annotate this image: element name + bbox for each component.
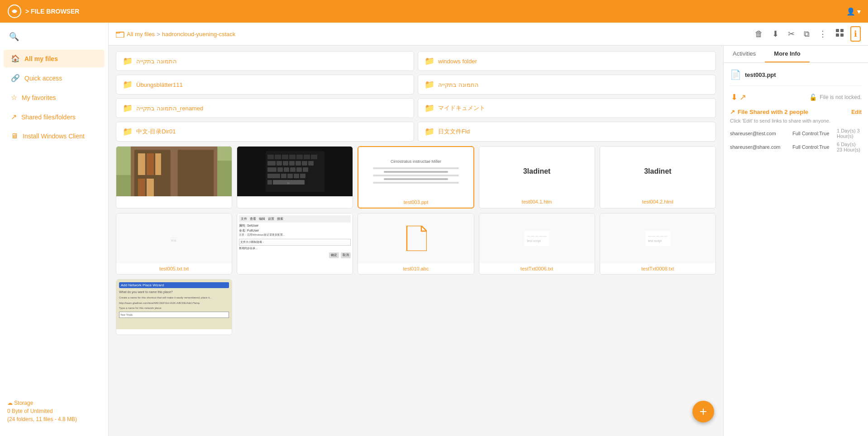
share-row-1: shareuser@test.com Full Control:True 1 D… [730,128,862,139]
folder-item[interactable]: 📁 日文文件Fld [418,122,716,142]
info-file-icon: 📄 [730,69,741,80]
folder-item[interactable]: 📁 windows folder [418,51,716,71]
header: > FILE BROWSER 👤 ▾ [0,0,868,23]
file-item-test010[interactable]: test010.abc [358,213,474,275]
folder-name: 中文-目录Dir01 [136,128,176,136]
fab-add-button[interactable]: + [692,401,714,422]
folder-icon: 📁 [123,56,133,66]
copy-button[interactable]: ⧉ [801,28,812,41]
file-item[interactable] [116,146,232,209]
svg-rect-14 [147,179,154,196]
delete-button[interactable]: 🗑 [752,28,766,41]
breadcrumb-path: hadroncloud-yuening-cstack [162,31,236,38]
toolbar: All my files > hadroncloud-yuening-cstac… [109,23,868,46]
file-name [172,196,176,202]
svg-rect-15 [116,175,131,196]
svg-rect-12 [155,153,161,175]
sidebar-item-my-favorites[interactable]: ☆ My favorites [4,89,105,106]
file-item-chinese[interactable]: 文件查看编辑设置搜索 属性: SetUser 全名: FullUser 注意：启… [237,213,353,275]
info-download-button[interactable]: ⬇ [730,91,739,103]
header-user[interactable]: 👤 ▾ [846,7,861,16]
download-button[interactable]: ⬇ [769,27,782,41]
file-item-test004-1[interactable]: 3ladinet test004.1.htm [479,146,595,209]
share-edit-link[interactable]: Edit [851,109,862,115]
folder-item[interactable]: 📁 התמונה בתקייה_renamed [116,98,414,118]
user-chevron-icon: ▾ [857,7,861,16]
file-item-txttxt6[interactable]: — — — — — test script testTxt0006.txt [479,213,595,275]
file-name-test004-2: test004.2.html [640,196,675,207]
file-grid: N Cirrostratus instructae Miller [116,146,716,335]
folder-item[interactable]: 📁 התמונה בתקייה [116,51,414,71]
svg-rect-11 [147,153,154,175]
file-item[interactable]: N [237,146,353,209]
share-email-1: shareuser@test.com [730,131,789,136]
file-item-test003[interactable]: Cirrostratus instructae Miller test003.p… [358,146,474,209]
info-content: 📄 test003.ppt ⬇ ↗ 🔓 File is not locked. [724,63,868,436]
info-lock-row: 🔓 File is not locked. [809,94,862,101]
sidebar-item-shared-files[interactable]: ↗ Shared files/folders [4,108,105,126]
folder-item[interactable]: 📁 התמונה בתקייה [418,75,716,95]
svg-rect-31 [302,161,307,166]
main-area: All my files > hadroncloud-yuening-cstac… [109,23,868,436]
svg-rect-36 [290,167,296,172]
info-share-button[interactable]: ↗ [739,91,747,103]
file-name-dialog [172,329,176,335]
svg-rect-3 [840,29,844,32]
share-perm-2: Full Control:True [792,144,833,150]
sidebar-item-all-my-files[interactable]: 🏠 All my files [4,50,105,67]
info-button[interactable]: ℹ [850,26,861,42]
share-row-2: shareuser@share.com Full Control:True 6 … [730,142,862,152]
folder-icon: 📁 [424,103,434,113]
search-button[interactable]: 🔍 [7,30,21,43]
file-item-dialog[interactable]: Add Network Place Wizard What do you wan… [116,279,232,335]
file-name-txttxt6: testTxt0006.txt [519,263,555,274]
folder-name: 日文文件Fld [438,128,470,136]
svg-rect-21 [282,155,288,159]
svg-rect-45 [267,180,272,185]
user-icon: 👤 [846,7,855,16]
svg-rect-19 [267,155,274,159]
file-item-test004-2[interactable]: 3ladinet test004.2.html [600,146,716,209]
share-time-1: 1 Day(s) 3 Hour(s) [837,128,862,139]
breadcrumb-separator: > [157,31,160,38]
share-email-2: shareuser@share.com [730,144,789,150]
grid-view-button[interactable] [833,27,847,41]
sidebar-label-quick-access: Quick access [24,75,62,82]
file-item-txttxt8[interactable]: — — — — — test script testTxt0008.txt [600,213,716,275]
svg-rect-13 [138,179,145,196]
folder-name: windows folder [438,58,477,65]
cut-button[interactable]: ✂ [785,27,797,41]
folder-name: התמונה בתקייה [136,58,177,65]
share-section-title: File Shared with 2 people [738,109,808,115]
file-thumbnail-ppt: Cirrostratus instructae Miller [358,147,473,197]
folder-item[interactable]: 📁 中文-目录Dir01 [116,122,414,142]
file-thumbnail-txttxt6: — — — — — test script [479,213,595,263]
file-name-test003: test003.ppt [402,197,430,208]
tab-more-info[interactable]: More Info [765,46,810,62]
svg-rect-27 [277,161,282,166]
file-thumbnail-txttxt8: — — — — — test script [600,213,715,263]
folder-item[interactable]: 📁 マイドキュメント [418,98,716,118]
svg-rect-20 [275,155,281,159]
logo-icon [7,4,22,19]
sidebar-item-quick-access[interactable]: 🔗 Quick access [4,69,105,87]
more-button[interactable]: ⋮ [816,27,830,41]
breadcrumb-root[interactable]: All my files [127,31,155,38]
storage-icon: ☁ Storage [7,399,101,407]
windows-icon: 🖥 [11,132,18,140]
folder-item[interactable]: 📁 Übungsblätter111 [116,75,414,95]
folder-icon: 📁 [123,80,133,90]
quick-access-icon: 🔗 [11,74,20,82]
info-panel: Activities More Info 📄 test003.ppt ⬇ ↗ � [723,46,868,436]
folder-icon: 📁 [424,127,434,137]
info-tabs: Activities More Info [724,46,868,63]
tab-activities[interactable]: Activities [724,46,765,62]
sidebar: 🔍 🏠 All my files 🔗 Quick access ☆ My fav… [0,23,109,436]
grid-icon [836,29,844,37]
sidebar-item-install-windows[interactable]: 🖥 Install Windows Client [4,128,105,145]
folder-name: Übungsblätter111 [136,81,183,88]
sidebar-label-all-my-files: All my files [24,55,58,62]
file-item-test005[interactable]: ...... test test005.txt.txt [116,213,232,275]
file-name-test004-1: test004.1.htm [520,196,554,207]
file-generic-icon [405,226,427,251]
